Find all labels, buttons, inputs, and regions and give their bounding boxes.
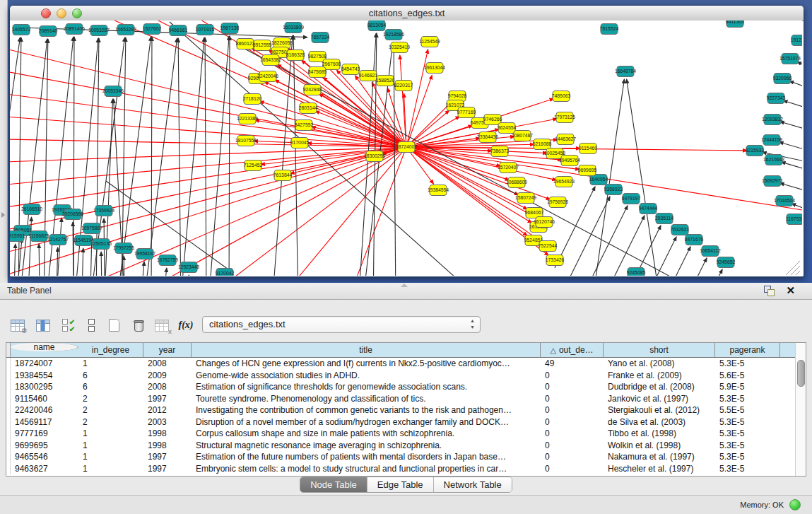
graph-node-selected[interactable]: 3624554: [498, 123, 517, 134]
graph-node-selected[interactable]: 19654923: [553, 177, 575, 187]
edge[interactable]: [604, 216, 645, 276]
edge[interactable]: [189, 275, 189, 276]
edge[interactable]: [406, 102, 452, 147]
edge[interactable]: [276, 147, 406, 276]
table-cell[interactable]: 5.9E-5: [715, 381, 780, 393]
table-cell[interactable]: 0: [541, 370, 604, 382]
edge[interactable]: [666, 258, 707, 276]
graph-node-selected[interactable]: 1588520: [376, 76, 395, 86]
table-cell[interactable]: 2003: [143, 416, 192, 428]
graph-node-selected[interactable]: 7386372: [490, 146, 510, 157]
graph-node-selected[interactable]: 18300295: [364, 151, 385, 162]
graph-node[interactable]: 10975887: [81, 223, 102, 234]
table-cell[interactable]: 5.6E-5: [715, 370, 780, 382]
table-cell[interactable]: 1997: [143, 463, 192, 475]
edge[interactable]: [264, 82, 406, 147]
graph-node[interactable]: 20891406: [64, 24, 85, 35]
edge[interactable]: [10, 147, 406, 188]
table-mode-icon[interactable]: ⚙: [8, 316, 27, 334]
graph-node[interactable]: 11156829: [28, 231, 49, 242]
graph-node-selected[interactable]: 7125452: [244, 160, 263, 171]
table-cell[interactable]: 0: [541, 451, 604, 463]
window-titlebar[interactable]: citations_edges.txt: [10, 6, 804, 21]
edge[interactable]: [28, 21, 406, 147]
graph-node-selected[interactable]: 8454743: [341, 64, 360, 75]
table-cell[interactable]: 5.3E-5: [715, 428, 780, 440]
table-cell[interactable]: Changes of HCN gene expression and I(f) …: [192, 358, 541, 370]
edge[interactable]: [14, 244, 16, 276]
table-cell[interactable]: Estimation of the future numbers of pati…: [192, 451, 541, 463]
table-cell[interactable]: 6: [78, 370, 143, 382]
graph-node[interactable]: 15692971: [762, 176, 783, 187]
table-cell[interactable]: Dudbridge et al. (2008): [604, 381, 715, 393]
table-cell[interactable]: 9465546: [11, 451, 78, 463]
table-cell[interactable]: 19384554: [11, 370, 78, 382]
graph-node[interactable]: 9170042: [216, 269, 235, 276]
graph-node[interactable]: 1405572: [12, 25, 31, 35]
graph-node-selected[interactable]: 14463627: [555, 134, 576, 145]
table-cell[interactable]: Structural magnetic resonance image aver…: [192, 440, 541, 452]
table-cell[interactable]: de Silva et al. (2003): [604, 416, 715, 428]
edge[interactable]: [780, 122, 802, 134]
table-cell[interactable]: 0: [541, 393, 604, 405]
graph-node[interactable]: 3915951: [10, 231, 25, 242]
graph-node-selected[interactable]: 7485063: [552, 91, 571, 102]
graph-node[interactable]: 15751074: [779, 54, 801, 64]
edge[interactable]: [627, 79, 657, 276]
graph-node-selected[interactable]: 15807249: [515, 193, 536, 204]
edge[interactable]: [406, 147, 747, 151]
delete-column-icon[interactable]: [129, 316, 147, 334]
table-cell[interactable]: Estimation of significance thresholds fo…: [192, 381, 541, 393]
graph-node[interactable]: 16033809: [283, 23, 304, 33]
table-cell[interactable]: 1: [78, 463, 143, 475]
table-cell[interactable]: Embryonic stem cells: a model to study s…: [192, 463, 541, 475]
graph-node[interactable]: 12444158: [761, 135, 782, 146]
panel-collapse-arrow-icon[interactable]: [1, 212, 5, 218]
table-row[interactable]: 1938455462009Genome-wide association stu…: [6, 370, 796, 382]
graph-node[interactable]: 7857224: [311, 33, 330, 43]
table-cell[interactable]: 2008: [143, 381, 192, 393]
graph-node-selected[interactable]: 19756928: [547, 197, 568, 208]
edge[interactable]: [293, 35, 298, 276]
edge[interactable]: [587, 206, 628, 276]
graph-node[interactable]: 7632621: [671, 225, 690, 235]
table-cell[interactable]: Franke et al. (2009): [604, 370, 715, 382]
graph-node[interactable]: 17957255: [113, 243, 134, 254]
table-cell[interactable]: 14569117: [11, 416, 78, 428]
edge[interactable]: [101, 252, 102, 276]
table-cell[interactable]: Stergiakouli et al. (2012): [604, 404, 715, 416]
edge[interactable]: [205, 37, 206, 276]
graph-node-selected[interactable]: 15720407: [498, 163, 519, 173]
graph-node[interactable]: 10653287: [115, 25, 136, 35]
function-builder-icon[interactable]: f(x): [177, 316, 195, 334]
graph-node[interactable]: 16210643: [763, 155, 784, 165]
table-cell[interactable]: 5.3E-5: [715, 451, 780, 463]
graph-node-selected[interactable]: 18107554: [235, 136, 257, 146]
graph-node-selected[interactable]: 12213389: [237, 114, 258, 124]
graph-node[interactable]: 17016504: [774, 196, 795, 206]
edge[interactable]: [315, 111, 406, 147]
table-cell[interactable]: 9699695: [11, 440, 78, 452]
edge[interactable]: [117, 37, 151, 276]
vertical-scrollbar[interactable]: [795, 343, 806, 476]
table-cell[interactable]: 1998: [143, 440, 192, 452]
table-cell[interactable]: Investigating the contribution of common…: [192, 404, 541, 416]
graph-node-selected[interactable]: 16120746: [534, 217, 555, 228]
edge[interactable]: [141, 262, 144, 276]
edge[interactable]: [406, 49, 428, 147]
graph-node-selected[interactable]: 18724007: [396, 142, 417, 153]
graph-node[interactable]: 8411305: [726, 21, 744, 28]
graph-node-selected[interactable]: 9242848: [303, 85, 322, 95]
graph-node-selected[interactable]: 7613844: [273, 170, 293, 181]
column-header-year[interactable]: year: [143, 343, 192, 357]
tab-edge-table[interactable]: Edge Table: [367, 477, 434, 492]
table-row[interactable]: 1872400712008Changes of HCN gene express…: [6, 358, 796, 370]
network-view-canvas[interactable]: 1405572208914020891406100532871065328715…: [10, 21, 802, 276]
graph-node-selected[interactable]: 23364436: [477, 132, 498, 143]
edge[interactable]: [57, 247, 58, 276]
graph-node-selected[interactable]: 16543382: [260, 55, 281, 66]
table-cell[interactable]: 2012: [143, 404, 192, 416]
graph-node[interactable]: 20206586: [62, 209, 83, 220]
table-cell[interactable]: Nakamura et al. (1997): [604, 451, 715, 463]
table-cell[interactable]: Jankovic et al. (1997): [604, 393, 715, 405]
